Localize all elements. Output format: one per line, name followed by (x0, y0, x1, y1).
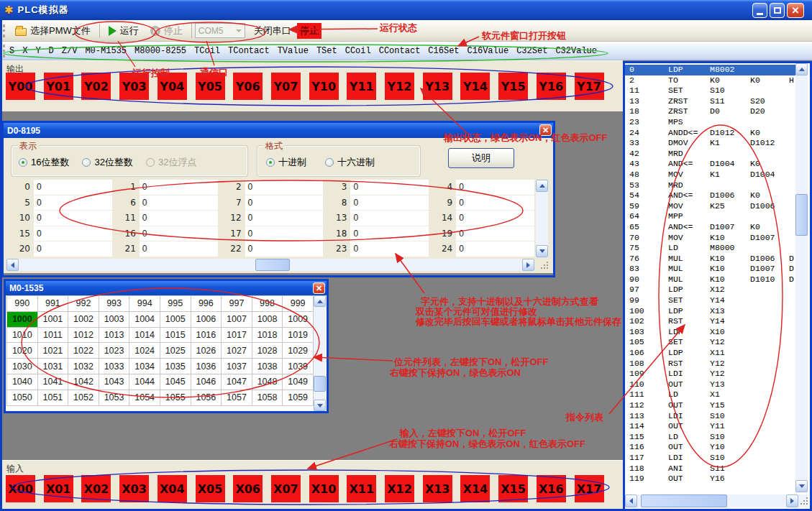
bit-cell-m1012[interactable]: 1012 (68, 328, 99, 344)
input-button-X04[interactable]: X04 (158, 475, 187, 502)
output-button-Y03[interactable]: Y03 (119, 73, 149, 100)
register-value-d3[interactable]: 0 (350, 180, 429, 195)
bit-cell-m1038[interactable]: 1038 (252, 359, 283, 374)
register-value-d18[interactable]: 0 (350, 226, 429, 242)
bit-cell-m1056[interactable]: 1056 (191, 390, 222, 406)
instruction-row-119[interactable]: 119OUTY16 (625, 474, 795, 484)
instr-scroll-right-button[interactable] (786, 494, 798, 507)
input-button-X14[interactable]: X14 (460, 475, 490, 502)
output-button-Y04[interactable]: Y04 (158, 73, 187, 100)
output-button-Y13[interactable]: Y13 (423, 73, 452, 100)
register-value-d22[interactable]: 0 (245, 241, 324, 257)
input-button-X11[interactable]: X11 (347, 475, 376, 502)
device-button-c32value[interactable]: C32Value (555, 46, 597, 56)
register-value-d11[interactable]: 0 (140, 211, 218, 226)
bit-cell-m1037[interactable]: 1037 (222, 359, 252, 374)
bit-cell-m993[interactable]: 993 (99, 296, 130, 312)
bit-cell-m1026[interactable]: 1026 (191, 343, 222, 359)
instruction-row-0[interactable]: 0LDPM8002 (625, 65, 795, 75)
device-button-ccoil[interactable]: CCoil (345, 46, 371, 56)
instruction-row-59[interactable]: 59MOVK25D1006 (625, 201, 795, 212)
device-button-z/v[interactable]: Z/V (62, 46, 78, 56)
radio-unchecked-icon[interactable] (82, 158, 91, 167)
bit-cell-m1042[interactable]: 1042 (68, 374, 99, 390)
d-hscroll-thumb[interactable] (255, 259, 290, 271)
register-value-d20[interactable]: 0 (34, 241, 112, 257)
instr-scroll-left-button[interactable] (625, 494, 637, 507)
instruction-row-11[interactable]: 11SETS10 (625, 86, 795, 96)
bit-cell-m1019[interactable]: 1019 (283, 328, 314, 344)
bit-cell-m1050[interactable]: 1050 (7, 390, 38, 406)
bit-cell-m1029[interactable]: 1029 (283, 343, 314, 359)
register-value-d2[interactable]: 0 (245, 180, 324, 195)
bit-cell-m1016[interactable]: 1016 (191, 328, 222, 344)
instruction-row-97[interactable]: 97LDPX12 (625, 285, 795, 295)
instruction-row-99[interactable]: 99SETY14 (625, 295, 795, 306)
register-value-d21[interactable]: 0 (140, 241, 218, 257)
instruction-row-70[interactable]: 70MOVK10D1007 (625, 233, 795, 244)
bit-cell-m1052[interactable]: 1052 (68, 390, 99, 406)
bit-cell-m1046[interactable]: 1046 (191, 374, 222, 390)
bit-cell-m1011[interactable]: 1011 (38, 328, 69, 344)
d-window-titlebar[interactable]: D0-8195 ✕ (4, 123, 553, 138)
output-button-Y05[interactable]: Y05 (196, 73, 225, 100)
bit-cell-m1007[interactable]: 1007 (222, 312, 252, 328)
minimize-button[interactable] (752, 3, 767, 18)
register-value-d7[interactable]: 0 (245, 195, 324, 211)
input-button-X15[interactable]: X15 (498, 475, 528, 502)
register-value-d24[interactable]: 0 (456, 241, 534, 257)
instruction-row-117[interactable]: 117LDIS10 (625, 453, 795, 464)
input-button-X07[interactable]: X07 (271, 475, 301, 502)
instruction-row-114[interactable]: 114OUTY11 (625, 421, 795, 432)
device-button-tvalue[interactable]: TValue (278, 46, 309, 56)
instruction-row-24[interactable]: 24ANDD<=D1012K0 (625, 128, 795, 139)
instr-hscroll-thumb[interactable] (641, 494, 727, 507)
bit-cell-m1000[interactable]: 1000 (7, 312, 38, 328)
device-button-tcontact[interactable]: TContact (228, 46, 270, 56)
maximize-button[interactable] (770, 3, 785, 18)
instruction-row-53[interactable]: 53MRD (625, 180, 795, 191)
bit-cell-m1023[interactable]: 1023 (99, 343, 130, 359)
bit-cell-m1033[interactable]: 1033 (99, 359, 130, 374)
bit-cell-m998[interactable]: 998 (252, 296, 283, 312)
bit-cell-m1002[interactable]: 1002 (68, 312, 99, 328)
bit-cell-m1017[interactable]: 1017 (222, 328, 252, 344)
bit-cell-m1010[interactable]: 1010 (7, 328, 38, 344)
input-button-X13[interactable]: X13 (423, 475, 452, 502)
register-value-d16[interactable]: 0 (140, 226, 218, 242)
output-button-Y16[interactable]: Y16 (537, 73, 566, 100)
output-button-Y17[interactable]: Y17 (575, 73, 604, 100)
d-scroll-right-button[interactable] (522, 259, 534, 271)
output-button-Y12[interactable]: Y12 (385, 73, 414, 100)
bit-cell-m1005[interactable]: 1005 (160, 312, 191, 328)
bit-cell-m1040[interactable]: 1040 (7, 374, 38, 390)
bit-cell-m1041[interactable]: 1041 (38, 374, 69, 390)
input-button-X06[interactable]: X06 (233, 475, 263, 502)
device-button-c16set[interactable]: C16Set (428, 46, 459, 56)
instruction-row-54[interactable]: 54AND<=D1006K0 (625, 190, 795, 201)
instruction-row-110[interactable]: 110OUTY13 (625, 379, 795, 390)
output-button-Y01[interactable]: Y01 (44, 73, 73, 100)
instruction-row-102[interactable]: 102RSTY14 (625, 316, 795, 327)
device-button-c16value[interactable]: C16Value (467, 46, 509, 56)
bit-cell-m1004[interactable]: 1004 (129, 312, 160, 328)
radio-checked-icon[interactable] (266, 158, 275, 167)
device-button-tset[interactable]: TSet (316, 46, 337, 56)
radio-option[interactable]: 16位整数 (19, 156, 69, 169)
register-value-d8[interactable]: 0 (350, 195, 429, 211)
instruction-row-13[interactable]: 13ZRSTS11S20 (625, 96, 795, 107)
instruction-row-112[interactable]: 112OUTY15 (625, 400, 795, 411)
register-value-d6[interactable]: 0 (140, 195, 218, 211)
bit-cell-m1001[interactable]: 1001 (38, 312, 69, 328)
register-value-d17[interactable]: 0 (245, 226, 324, 242)
radio-option[interactable]: 32位整数 (82, 156, 132, 169)
device-button-c32set[interactable]: C32Set (516, 46, 547, 56)
instruction-row-65[interactable]: 65AND<=D1007K0 (625, 222, 795, 233)
instruction-row-75[interactable]: 75LDM8000 (625, 243, 795, 254)
bit-cell-m1055[interactable]: 1055 (160, 390, 191, 406)
instruction-row-118[interactable]: 118ANIS11 (625, 464, 795, 474)
bit-cell-m997[interactable]: 997 (222, 296, 252, 312)
close-serial-button[interactable]: 关闭串口 (248, 22, 297, 40)
register-value-d4[interactable]: 0 (456, 180, 534, 195)
instruction-row-43[interactable]: 43AND<=D1004K0 (625, 159, 795, 170)
